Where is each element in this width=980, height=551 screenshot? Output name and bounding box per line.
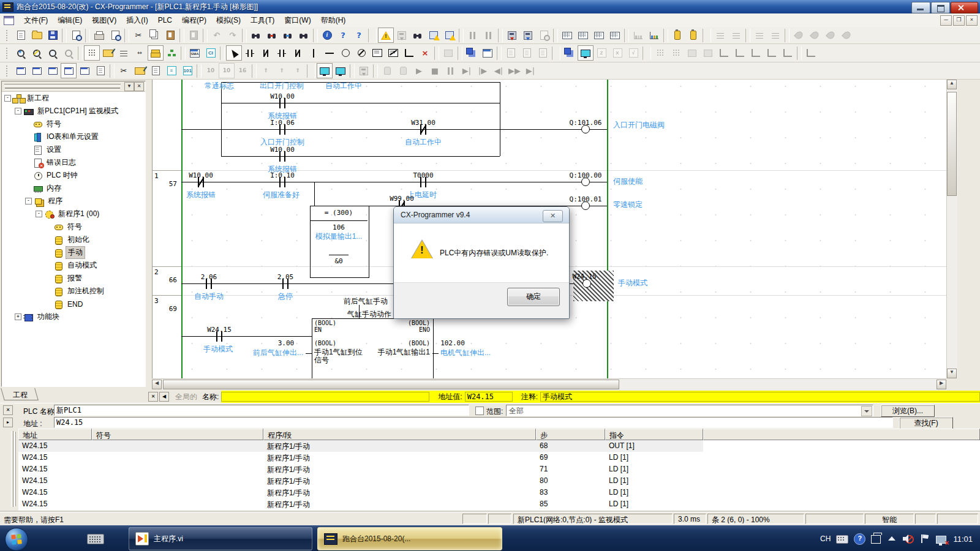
- memory-window-button[interactable]: [575, 28, 591, 43]
- data-trace-window-button[interactable]: [607, 28, 623, 43]
- new-inverted-instruction-button[interactable]: [385, 45, 401, 61]
- tree-item-plc-clock[interactable]: PLC 时钟: [2, 169, 145, 182]
- monitor-node-2-button[interactable]: [700, 45, 716, 61]
- table-row[interactable]: W24.15新程序1/手动85LD [1]: [18, 498, 703, 510]
- menu-item-simulation[interactable]: 模拟(S): [211, 14, 246, 26]
- decimal-view-button[interactable]: 10: [203, 63, 219, 78]
- mark-prev-button[interactable]: [823, 28, 839, 43]
- return-button[interactable]: [803, 45, 819, 61]
- hex-view-button[interactable]: 16: [235, 63, 251, 78]
- pause-flag-button[interactable]: [379, 63, 395, 78]
- maximize-button[interactable]: [931, 2, 950, 13]
- sim-step-in-button[interactable]: |▶: [475, 63, 491, 78]
- rung-wrap-button[interactable]: [767, 28, 783, 43]
- menu-item-window[interactable]: 窗口(W): [279, 14, 315, 26]
- tree-item-section-end[interactable]: END: [2, 298, 145, 310]
- action-center-icon[interactable]: [919, 534, 930, 544]
- find-button[interactable]: 查找(F): [899, 417, 953, 429]
- io-branch-4-button[interactable]: [764, 45, 780, 61]
- watch-window-button[interactable]: [578, 45, 594, 61]
- collapse-icon[interactable]: -: [4, 95, 11, 102]
- edit-fb-button[interactable]: [503, 45, 519, 61]
- panel-close-button[interactable]: ✕: [3, 405, 13, 415]
- column-header-0[interactable]: 地址: [18, 429, 92, 440]
- simulator-edit-button[interactable]: [333, 63, 349, 78]
- dialog-close-button[interactable]: ✕: [543, 210, 563, 222]
- new-or-closed-contact-button[interactable]: [290, 45, 306, 61]
- upload-button[interactable]: [520, 28, 536, 43]
- section-cut-button[interactable]: ✂: [116, 63, 132, 78]
- force-status-button[interactable]: [442, 28, 458, 43]
- table-row[interactable]: W24.15新程序1/手动68OUT [1]: [18, 440, 703, 452]
- boxed-edit-button[interactable]: Z: [594, 45, 609, 61]
- monitor-grid-2-button[interactable]: [668, 45, 684, 61]
- menu-item-help[interactable]: 帮助(H): [316, 14, 351, 26]
- menu-item-file[interactable]: 文件(F): [19, 14, 53, 26]
- section-list-button[interactable]: [148, 45, 164, 61]
- pause-monitor-button[interactable]: [465, 28, 481, 43]
- minimize-button[interactable]: [911, 2, 930, 13]
- tree-item-section-auto[interactable]: 自动模式: [2, 259, 145, 272]
- mark-clear-button[interactable]: [839, 28, 854, 43]
- tree-item-io-table[interactable]: IO表和单元设置: [2, 130, 145, 143]
- expand-icon[interactable]: +: [15, 313, 21, 320]
- menu-item-program[interactable]: 编程(P): [177, 14, 211, 26]
- work-online-button[interactable]: [378, 28, 394, 43]
- trace-button[interactable]: [646, 28, 662, 43]
- new-closed-coil-button[interactable]: [353, 45, 369, 61]
- io-branch-1-button[interactable]: [716, 45, 732, 61]
- rung-flag-button[interactable]: [148, 63, 164, 78]
- tree-item-section-alarm[interactable]: 报警: [2, 272, 145, 285]
- open-button[interactable]: [29, 28, 45, 43]
- download-button[interactable]: [504, 28, 520, 43]
- auto-online-button[interactable]: [394, 28, 410, 43]
- new-closed-contact-button[interactable]: [258, 45, 274, 61]
- new-contact-button[interactable]: [242, 45, 258, 61]
- force-on-button[interactable]: ⇑: [258, 63, 274, 78]
- symbol-bar-prev-button[interactable]: ◀: [159, 392, 169, 402]
- paste-button[interactable]: [162, 28, 178, 43]
- options-button[interactable]: [669, 28, 685, 43]
- tree-item-symbols[interactable]: 符号: [2, 118, 145, 130]
- taskbar-task-cx-programmer[interactable]: 跑合台2015-08-20(...: [317, 527, 502, 550]
- address-value-field[interactable]: W24.15: [465, 392, 513, 402]
- simulator-online-button[interactable]: [317, 63, 333, 78]
- menu-item-plc[interactable]: PLC: [153, 14, 177, 26]
- tree-item-programs[interactable]: -程序: [2, 195, 145, 208]
- redo-button[interactable]: ↷: [225, 28, 241, 43]
- fb-library-button[interactable]: [464, 45, 480, 61]
- tree-item-settings[interactable]: 设置: [2, 143, 145, 156]
- tree-item-function-blocks[interactable]: +功能块: [2, 310, 145, 323]
- tree-item-project-root[interactable]: -新工程: [2, 92, 145, 105]
- menu-item-insert[interactable]: 插入(I): [121, 14, 153, 26]
- symbol-comment-button[interactable]: [132, 63, 148, 78]
- horizontal-line-button[interactable]: [322, 45, 337, 61]
- coil-selected[interactable]: [582, 279, 591, 288]
- scroll-thumb[interactable]: [163, 380, 619, 389]
- time-chart-button[interactable]: [630, 28, 646, 43]
- compile-check-button[interactable]: [68, 28, 84, 43]
- show-hidden-icons-button[interactable]: [886, 534, 897, 544]
- sim-step-out-button[interactable]: ◀|: [491, 63, 507, 78]
- table-row[interactable]: W24.15新程序1/手动71LD [1]: [18, 463, 703, 475]
- scroll-thumb[interactable]: [947, 92, 957, 196]
- network-disconnected-icon[interactable]: ×: [936, 536, 946, 544]
- tab-project[interactable]: 工程: [4, 388, 37, 400]
- panel-next-button[interactable]: ▸: [3, 418, 13, 427]
- tree-item-section-init[interactable]: 初始化: [2, 233, 145, 246]
- vertical-line-button[interactable]: [306, 45, 322, 61]
- tree-item-section-filler[interactable]: 加注机控制: [2, 285, 145, 298]
- new-coil-button[interactable]: [337, 45, 353, 61]
- table-row[interactable]: W24.15新程序1/手动83LD [1]: [18, 487, 703, 498]
- pause-clear-button[interactable]: [395, 63, 411, 78]
- signed-decimal-view-button[interactable]: 10: [219, 63, 235, 78]
- symbol-bar-close-button[interactable]: ✕: [148, 392, 158, 402]
- taskbar-pinned-icon[interactable]: [87, 534, 104, 544]
- undo-button[interactable]: ↶: [209, 28, 225, 43]
- symbol-name-field[interactable]: [221, 392, 429, 402]
- taskbar-task-labview[interactable]: 主程序.vi: [129, 527, 312, 550]
- zoom-out-button[interactable]: [45, 45, 61, 61]
- symbol-tree-button[interactable]: [164, 45, 179, 61]
- boxed-ok-button[interactable]: √: [625, 45, 641, 61]
- mdi-restore-button[interactable]: ❐: [953, 15, 965, 26]
